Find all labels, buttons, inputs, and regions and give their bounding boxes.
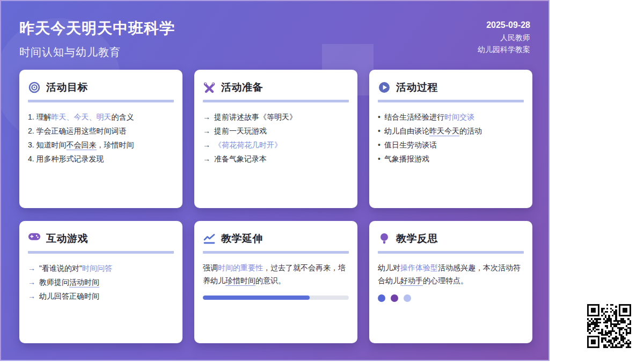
card-body: →提前讲述故事《等明天》→提前一天玩游戏→《荷花荷花几时开》→准备气象记录本 (203, 110, 349, 166)
text-segment: 幼儿回答正确时间 (39, 292, 99, 300)
text-segment: 1. 理解 (28, 113, 52, 121)
text-segment: 提前讲述故事《等明天》 (214, 113, 297, 121)
card-paragraph: 强调时间的重要性，过去了就不会再来，培养幼儿珍惜时间的意识。 (203, 261, 349, 287)
text-segment: 的意识。 (255, 276, 286, 285)
underlined-text: 珍惜时间 (225, 276, 255, 286)
list-item-text: 提前讲述故事《等明天》 (214, 110, 297, 124)
list-item: 4. 用多种形式记录发现 (28, 152, 174, 166)
list-item-text: 值日生劳动谈话 (384, 138, 437, 152)
accent-bar (28, 251, 174, 254)
card-list: →"看谁说的对"时间问答→教师提问活动时间→幼儿回答正确时间 (28, 261, 174, 303)
arrow-marker-icon: → (28, 289, 35, 303)
arrow-marker-icon: → (203, 124, 210, 138)
text-segment: 的活动 (459, 127, 482, 135)
card-header: 活动过程 (378, 79, 524, 95)
card-header: 教学反思 (378, 231, 524, 247)
card-title: 互动游戏 (46, 232, 88, 246)
dot-icon (378, 294, 385, 302)
card-body: 强调时间的重要性，过去了就不会再来，培养幼儿珍惜时间的意识。 (203, 261, 349, 300)
highlighted-text: 操作体验型 (400, 263, 438, 272)
list-item: 3. 知道时间不会回来，珍惜时间 (28, 138, 174, 152)
dot-icon (391, 294, 398, 302)
text-segment: 2. 学会正确运用这些时间词语 (28, 127, 127, 135)
highlighted-text: 昨天、今天、明天 (52, 113, 112, 121)
arrow-marker-icon: → (28, 275, 35, 289)
bullet-marker-icon: • (378, 110, 380, 124)
lightbulb-icon (378, 232, 391, 245)
info-card: 教学延伸 强调时间的重要性，过去了就不会再来，培养幼儿珍惜时间的意识。 (194, 221, 357, 343)
progress-bar-fill (203, 295, 310, 300)
bullet-marker-icon: • (378, 152, 380, 166)
play-circle-icon (378, 81, 391, 94)
card-header: 活动目标 (28, 79, 174, 95)
text-segment: 的心理特点。 (423, 276, 468, 285)
list-item-text: 提前一天玩游戏 (214, 124, 267, 138)
text-segment: 3. 知道时间 (28, 141, 67, 149)
qr-code (587, 304, 631, 348)
card-title: 活动过程 (396, 80, 438, 94)
page-title: 昨天今天明天中班科学 (19, 18, 175, 39)
dot-indicators (378, 294, 524, 302)
list-item-text: 1. 理解昨天、今天、明天的含义 (28, 110, 134, 124)
info-card: 活动过程 •结合生活经验进行时间交谈•幼儿自由谈论昨天今天的活动•值日生劳动谈话… (369, 70, 532, 208)
card-title: 教学延伸 (221, 232, 263, 246)
dot-icon (404, 294, 411, 302)
underlined-text: 活动时间 (69, 278, 99, 287)
text-segment: 气象播报游戏 (384, 154, 429, 163)
chart-line-icon (203, 232, 216, 245)
list-item: •结合生活经验进行时间交谈 (378, 110, 524, 124)
accent-bar (378, 251, 524, 254)
text-segment: 的含义 (112, 113, 134, 121)
list-item: 2. 学会正确运用这些时间词语 (28, 124, 174, 138)
category-label: 幼儿园科学教案 (478, 45, 530, 55)
text-segment: 提前一天玩游戏 (214, 127, 267, 135)
date-label: 2025-09-28 (478, 20, 530, 30)
card-title: 活动准备 (221, 80, 263, 94)
text-segment: 值日生劳动谈话 (384, 141, 437, 149)
text-segment: 强调 (203, 263, 218, 272)
accent-bar (28, 100, 174, 102)
list-item-text: 2. 学会正确运用这些时间词语 (28, 124, 127, 138)
bullet-marker-icon: • (378, 124, 380, 138)
card-body: 1. 理解昨天、今天、明天的含义2. 学会正确运用这些时间词语3. 知道时间不会… (28, 110, 174, 166)
arrow-marker-icon: → (203, 138, 210, 152)
info-card: 教学反思 幼儿对操作体验型活动感兴趣，本次活动符合幼儿好动手的心理特点。 (369, 221, 532, 343)
card-grid: 活动目标 1. 理解昨天、今天、明天的含义2. 学会正确运用这些时间词语3. 知… (19, 70, 533, 343)
list-item-text: 幼儿自由谈论昨天今天的活动 (384, 124, 482, 138)
page: 昨天今天明天中班科学 时间认知与幼儿教育 2025-09-28 人民教师 幼儿园… (0, 0, 644, 362)
underlined-text: 昨天今天 (429, 127, 459, 136)
text-segment: 幼儿自由谈论 (384, 127, 429, 135)
arrow-marker-icon: → (203, 110, 210, 124)
card-body: •结合生活经验进行时间交谈•幼儿自由谈论昨天今天的活动•值日生劳动谈话•气象播报… (378, 110, 524, 166)
list-item: →教师提问活动时间 (28, 275, 174, 289)
highlighted-text: 《荷花荷花几时开》 (214, 141, 282, 149)
highlighted-text: 时间问答 (82, 264, 112, 272)
header-meta: 2025-09-28 人民教师 幼儿园科学教案 (478, 20, 530, 55)
accent-bar (203, 100, 349, 102)
list-item: •值日生劳动谈话 (378, 138, 524, 152)
list-item: →提前一天玩游戏 (203, 124, 349, 138)
highlighted-text: 时间交谈 (444, 113, 474, 121)
card-header: 活动准备 (203, 79, 349, 95)
tools-icon (203, 81, 216, 94)
list-item-text: 教师提问活动时间 (39, 275, 99, 289)
progress-bar (203, 295, 349, 300)
page-subtitle: 时间认知与幼儿教育 (19, 45, 121, 60)
list-item: →幼儿回答正确时间 (28, 289, 174, 303)
list-item-text: 准备气象记录本 (214, 152, 267, 166)
list-item: →"看谁说的对"时间问答 (28, 261, 174, 275)
accent-bar (378, 100, 524, 102)
text-segment: 幼儿对 (378, 263, 400, 272)
text-segment: 准备气象记录本 (214, 154, 267, 163)
list-item-text: 幼儿回答正确时间 (39, 289, 99, 303)
bullet-marker-icon: • (378, 138, 380, 152)
card-title: 活动目标 (46, 80, 88, 94)
card-body: 幼儿对操作体验型活动感兴趣，本次活动符合幼儿好动手的心理特点。 (378, 261, 524, 302)
list-item-text: 结合生活经验进行时间交谈 (384, 110, 474, 124)
text-segment: "看谁说的对" (39, 264, 82, 272)
card-body: →"看谁说的对"时间问答→教师提问活动时间→幼儿回答正确时间 (28, 261, 174, 303)
list-item: →准备气象记录本 (203, 152, 349, 166)
info-card: 活动目标 1. 理解昨天、今天、明天的含义2. 学会正确运用这些时间词语3. 知… (19, 70, 182, 208)
card-title: 教学反思 (396, 232, 438, 246)
card-list: →提前讲述故事《等明天》→提前一天玩游戏→《荷花荷花几时开》→准备气象记录本 (203, 110, 349, 166)
